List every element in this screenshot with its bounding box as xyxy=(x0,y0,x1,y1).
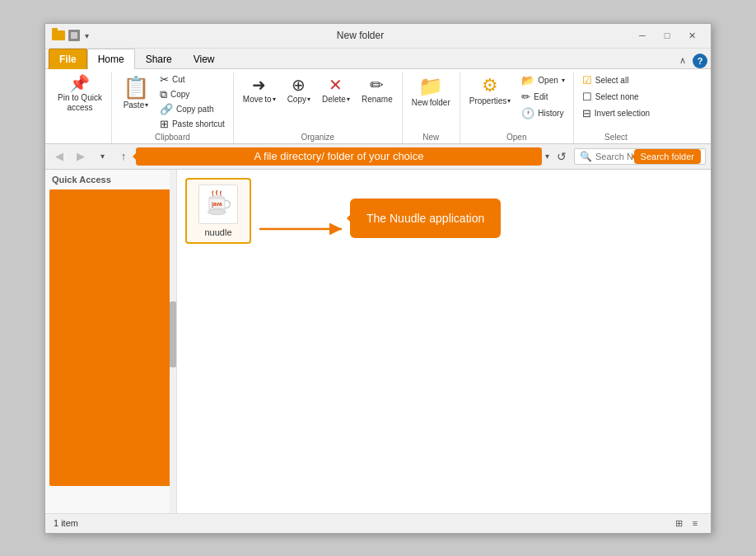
open-label: Open xyxy=(465,133,568,143)
paste-button[interactable]: 📋 Paste▾ xyxy=(117,72,155,131)
paste-shortcut-icon: ⊞ xyxy=(160,119,169,129)
tab-file[interactable]: File xyxy=(49,49,87,69)
sidebar-content-area xyxy=(49,189,173,486)
organize-items: ➜ Moveto▾ ⊕ Copy▾ ✕ Delete▾ xyxy=(239,72,397,131)
close-button[interactable]: ✕ xyxy=(679,25,704,46)
open-dropdown-icon: ▾ xyxy=(562,77,565,84)
nuudle-callout-text: The Nuudle application xyxy=(366,212,484,225)
main-area: Quick Access xyxy=(45,170,711,513)
history-button[interactable]: 🕐 History xyxy=(518,105,567,121)
status-bar: 1 item ⊞ ≡ xyxy=(45,513,711,533)
select-items: ☑ Select all ☐ Select none ⊟ Invert sele… xyxy=(579,72,653,131)
edit-button[interactable]: ✏ Edit xyxy=(518,89,567,105)
rename-label: Rename xyxy=(362,95,393,105)
pin-group-items: 📌 Pin to Quick access xyxy=(54,72,106,143)
sidebar-scrollbar[interactable] xyxy=(170,170,176,513)
open-small-buttons: 📂 Open ▾ ✏ Edit 🕐 History xyxy=(518,72,567,121)
open-button[interactable]: 📂 Open ▾ xyxy=(518,72,567,88)
help-badge[interactable]: ? xyxy=(693,54,707,68)
invert-selection-icon: ⊟ xyxy=(582,107,591,119)
file-name: nuudle xyxy=(204,227,231,237)
sidebar-scrollbar-thumb[interactable] xyxy=(170,301,176,367)
move-to-button[interactable]: ➜ Moveto▾ xyxy=(239,72,280,107)
select-small-buttons: ☑ Select all ☐ Select none ⊟ Invert sele… xyxy=(579,72,653,121)
title-bar-icons: ▾ xyxy=(52,30,91,41)
copy-path-button[interactable]: 🔗 Copy path xyxy=(156,102,228,116)
java-icon: java xyxy=(203,189,234,220)
refresh-button[interactable]: ↺ xyxy=(553,147,571,166)
history-icon: 🕐 xyxy=(521,107,534,119)
address-box-wrapper: A file directory/ folder of your choice xyxy=(136,147,542,166)
new-folder-label: Newfolder xyxy=(412,98,450,108)
cut-button[interactable]: ✂ Cut xyxy=(156,72,228,86)
rename-icon: ✏ xyxy=(370,75,384,95)
large-icons-view-button[interactable]: ⊞ xyxy=(671,516,686,530)
ribbon-group-organize: ➜ Moveto▾ ⊕ Copy▾ ✕ Delete▾ xyxy=(234,72,403,143)
title-bar: ▾ New folder ─ □ ✕ xyxy=(45,24,711,49)
pin-icon: 📌 xyxy=(69,75,90,91)
view-buttons: ⊞ ≡ xyxy=(671,516,702,530)
tab-view[interactable]: View xyxy=(183,49,226,69)
edit-icon: ✏ xyxy=(521,91,530,103)
ribbon-group-pin: 📌 Pin to Quick access xyxy=(49,72,112,143)
invert-selection-button[interactable]: ⊟ Invert selection xyxy=(579,105,653,121)
delete-button[interactable]: ✕ Delete▾ xyxy=(318,72,354,107)
ribbon-group-select: ☑ Select all ☐ Select none ⊟ Invert sele… xyxy=(574,72,658,143)
organize-label: Organize xyxy=(239,133,397,143)
recent-locations-button[interactable]: ▾ xyxy=(93,147,111,166)
svg-text:java: java xyxy=(211,201,222,208)
nuudle-file-item[interactable]: java nuudle xyxy=(185,178,251,244)
address-callout: A file directory/ folder of your choice xyxy=(136,147,542,166)
nuudle-callout: The Nuudle application xyxy=(350,199,501,238)
new-folder-button[interactable]: 📁 Newfolder xyxy=(408,72,455,111)
paste-icon: 📋 xyxy=(123,75,149,100)
properties-label: Properties▾ xyxy=(469,96,511,106)
ribbon-collapse-button[interactable]: ∧ xyxy=(676,54,689,68)
new-label: New xyxy=(408,133,455,143)
open-items: ⚙ Properties▾ 📂 Open ▾ ✏ Edit xyxy=(465,72,568,131)
tab-home[interactable]: Home xyxy=(87,49,135,69)
ribbon-group-clipboard: 📋 Paste▾ ✂ Cut ⧉ Copy � xyxy=(112,72,234,143)
arrow-svg xyxy=(259,221,350,237)
new-items: 📁 Newfolder xyxy=(408,72,455,131)
window-title: New folder xyxy=(91,30,630,41)
select-label: Select xyxy=(579,133,653,143)
address-bar: ◀ ▶ ▾ ↑ A file directory/ folder of your… xyxy=(45,144,711,170)
maximize-button[interactable]: □ xyxy=(655,25,679,46)
svg-point-4 xyxy=(208,209,226,214)
copy-path-icon: 🔗 xyxy=(160,104,173,114)
explorer-window: ▾ New folder ─ □ ✕ File Home Share View … xyxy=(44,23,712,534)
select-all-icon: ☑ xyxy=(582,74,592,86)
select-none-button[interactable]: ☐ Select none xyxy=(579,89,653,105)
copy-to-icon: ⊕ xyxy=(292,75,306,95)
rename-button[interactable]: ✏ Rename xyxy=(357,72,397,107)
tab-share[interactable]: Share xyxy=(135,49,183,69)
copy-to-button[interactable]: ⊕ Copy▾ xyxy=(283,72,315,107)
clipboard-items: 📋 Paste▾ ✂ Cut ⧉ Copy � xyxy=(117,72,228,131)
clipboard-small-buttons: ✂ Cut ⧉ Copy 🔗 Copy path ⊞ Paste shortcu… xyxy=(156,72,228,131)
title-save-icon xyxy=(68,30,80,41)
delete-icon: ✕ xyxy=(329,75,343,95)
clipboard-label: Clipboard xyxy=(117,133,228,143)
ribbon-tabs: File Home Share View ∧ ? xyxy=(45,49,711,69)
title-folder-icon xyxy=(52,30,65,40)
new-folder-icon: 📁 xyxy=(418,75,443,99)
paste-shortcut-button[interactable]: ⊞ Paste shortcut xyxy=(156,117,228,131)
file-icon-wrapper: java xyxy=(198,185,238,224)
search-wrapper: 🔍 Search folder xyxy=(574,148,706,165)
select-none-icon: ☐ xyxy=(582,91,592,103)
properties-button[interactable]: ⚙ Properties▾ xyxy=(465,72,516,109)
minimize-button[interactable]: ─ xyxy=(630,25,655,46)
pin-to-quick-access-button[interactable]: 📌 Pin to Quick access xyxy=(54,72,106,115)
select-all-button[interactable]: ☑ Select all xyxy=(579,72,653,88)
forward-button[interactable]: ▶ xyxy=(72,147,90,166)
back-button[interactable]: ◀ xyxy=(50,147,68,166)
copy-button[interactable]: ⧉ Copy xyxy=(156,87,228,101)
search-icon: 🔍 xyxy=(580,151,592,162)
ribbon-group-open: ⚙ Properties▾ 📂 Open ▾ ✏ Edit xyxy=(460,72,574,143)
cut-icon: ✂ xyxy=(160,74,169,85)
ribbon: 📌 Pin to Quick access 📋 Paste▾ ✂ xyxy=(45,69,711,144)
address-dropdown-button[interactable]: ▾ xyxy=(545,152,549,161)
details-view-button[interactable]: ≡ xyxy=(688,516,702,530)
quick-access-label: Quick Access xyxy=(45,170,176,186)
